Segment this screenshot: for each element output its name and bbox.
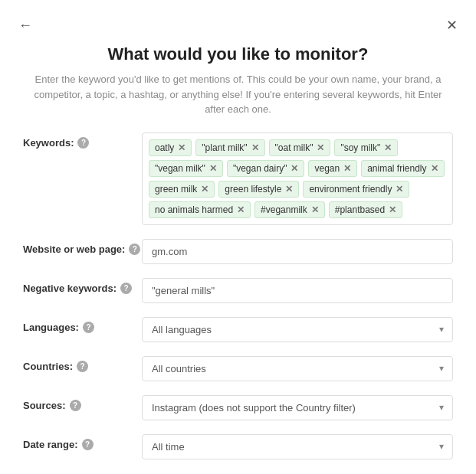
keyword-tag-text: green milk (155, 184, 197, 195)
countries-help-icon[interactable]: ? (77, 361, 88, 372)
negative-keywords-row: Negative keywords: ? (23, 278, 453, 303)
negative-keywords-control (142, 278, 453, 303)
keyword-tag-remove[interactable]: ✕ (285, 185, 293, 194)
website-input[interactable] (142, 239, 453, 264)
keyword-tag: green milk✕ (149, 181, 215, 198)
keyword-tag-text: oatly (155, 142, 174, 153)
page-description: Enter the keyword you'd like to get ment… (31, 72, 445, 117)
keyword-tag: "plant milk"✕ (195, 139, 264, 156)
website-label: Website or web page: ? (23, 239, 142, 255)
keyword-tag-remove[interactable]: ✕ (209, 164, 217, 173)
keyword-tag-remove[interactable]: ✕ (311, 205, 319, 214)
website-row: Website or web page: ? (23, 239, 453, 264)
keyword-tag: #veganmilk✕ (254, 201, 325, 218)
negative-keywords-input[interactable] (142, 278, 453, 303)
keyword-tag: "vegan dairy"✕ (227, 160, 305, 177)
date-range-row: Date range: ? All time ▾ (23, 434, 453, 459)
keyword-tag-text: animal friendly (367, 163, 426, 174)
negative-keywords-help-icon[interactable]: ? (120, 283, 132, 294)
sources-chevron-icon: ▾ (439, 402, 444, 413)
keyword-tag: animal friendly✕ (361, 160, 444, 177)
date-range-select[interactable]: All time ▾ (142, 434, 453, 459)
keywords-row: Keywords: ? oatly✕"plant milk"✕"oat milk… (23, 132, 453, 225)
close-button[interactable]: ✕ (443, 14, 461, 37)
keyword-tag-remove[interactable]: ✕ (201, 185, 208, 194)
negative-keywords-label: Negative keywords: ? (23, 278, 142, 294)
countries-select[interactable]: All countries ▾ (142, 356, 453, 381)
keyword-tag-remove[interactable]: ✕ (389, 205, 396, 214)
keywords-box[interactable]: oatly✕"plant milk"✕"oat milk"✕"soy milk"… (142, 132, 453, 225)
keyword-tag-text: "vegan milk" (155, 163, 205, 174)
keyword-tag-text: green lifestyle (225, 184, 281, 195)
keyword-tag-remove[interactable]: ✕ (396, 185, 403, 194)
languages-help-icon[interactable]: ? (83, 322, 94, 333)
back-button[interactable]: ← (15, 15, 35, 37)
keyword-tag-remove[interactable]: ✕ (384, 143, 392, 152)
sources-select-wrapper: Instagram (does not support the Country … (142, 395, 453, 420)
date-range-chevron-icon: ▾ (439, 441, 444, 452)
keyword-tag-text: #plantbased (335, 204, 385, 215)
keyword-tag: "oat milk"✕ (269, 139, 331, 156)
keyword-tag-remove[interactable]: ✕ (178, 143, 185, 152)
keyword-tag: no animals harmed✕ (149, 201, 251, 218)
date-range-select-wrapper: All time ▾ (142, 434, 453, 459)
languages-select-wrapper: All languages ▾ (142, 317, 453, 342)
keyword-tag: #plantbased✕ (329, 201, 402, 218)
keyword-tag-text: "oat milk" (275, 142, 314, 153)
keyword-tag: green lifestyle✕ (218, 181, 299, 198)
languages-label: Languages: ? (23, 317, 142, 333)
keyword-tag-remove[interactable]: ✕ (237, 205, 245, 214)
keyword-tag-remove[interactable]: ✕ (317, 143, 324, 152)
countries-value: All countries (152, 363, 206, 374)
keywords-help-icon[interactable]: ? (77, 137, 89, 149)
keyword-tag: oatly✕ (149, 139, 192, 156)
keyword-tag: environment friendly✕ (303, 181, 409, 198)
countries-select-wrapper: All countries ▾ (142, 356, 453, 381)
keyword-tag-text: "vegan dairy" (233, 163, 287, 174)
sources-help-icon[interactable]: ? (70, 400, 81, 411)
keyword-tag-text: vegan (314, 163, 340, 174)
keyword-tag: vegan✕ (308, 160, 357, 177)
sources-row: Sources: ? Instagram (does not support t… (23, 395, 453, 420)
languages-row: Languages: ? All languages ▾ (23, 317, 453, 342)
keyword-tag: "vegan milk"✕ (149, 160, 223, 177)
keyword-tag-text: "soy milk" (340, 142, 380, 153)
languages-value: All languages (152, 324, 212, 335)
countries-label: Countries: ? (23, 356, 142, 372)
date-range-label: Date range: ? (23, 434, 142, 450)
website-control (142, 239, 453, 264)
keyword-tag-remove[interactable]: ✕ (251, 143, 259, 152)
website-help-icon[interactable]: ? (129, 244, 140, 255)
keyword-tag-text: #veganmilk (261, 204, 307, 215)
date-range-help-icon[interactable]: ? (82, 439, 94, 450)
keyword-tag-remove[interactable]: ✕ (431, 164, 438, 173)
page-title: What would you like to monitor? (31, 44, 445, 64)
countries-row: Countries: ? All countries ▾ (23, 356, 453, 381)
keywords-label: Keywords: ? (23, 132, 142, 149)
languages-select[interactable]: All languages ▾ (142, 317, 453, 342)
sources-label: Sources: ? (23, 395, 142, 411)
languages-chevron-icon: ▾ (439, 324, 444, 335)
keyword-tag-text: environment friendly (309, 184, 392, 195)
keyword-tag-text: no animals harmed (155, 204, 233, 215)
keyword-tag-remove[interactable]: ✕ (291, 164, 298, 173)
date-range-value: All time (152, 441, 185, 453)
keyword-tag-remove[interactable]: ✕ (343, 164, 351, 173)
keyword-tag-text: "plant milk" (202, 142, 247, 153)
sources-select[interactable]: Instagram (does not support the Country … (142, 395, 453, 420)
countries-chevron-icon: ▾ (439, 363, 444, 374)
sources-value: Instagram (does not support the Country … (152, 402, 356, 414)
keyword-tag: "soy milk"✕ (334, 139, 398, 156)
